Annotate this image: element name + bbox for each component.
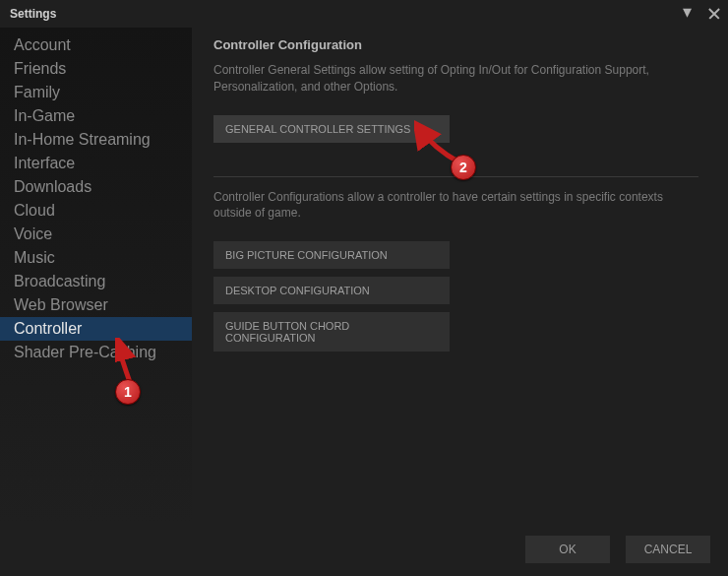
sidebar-item-music[interactable]: Music (0, 246, 192, 270)
footer: OK CANCEL (0, 523, 728, 576)
annotation-badge-2: 2 (451, 155, 476, 180)
sidebar-item-voice[interactable]: Voice (0, 223, 192, 246)
sidebar: Account Friends Family In-Game In-Home S… (0, 28, 192, 523)
general-description: Controller General Settings allow settin… (213, 62, 698, 96)
sidebar-item-broadcasting[interactable]: Broadcasting (0, 270, 192, 293)
sidebar-item-account[interactable]: Account (0, 33, 192, 57)
cancel-button[interactable]: CANCEL (626, 536, 710, 563)
close-icon[interactable] (708, 8, 720, 20)
guide-button-config-button[interactable]: GUIDE BUTTON CHORD CONFIGURATION (213, 312, 450, 352)
sidebar-item-cloud[interactable]: Cloud (0, 199, 192, 223)
sidebar-item-downloads[interactable]: Downloads (0, 175, 192, 199)
settings-window: Settings ▾ Account Friends Family In-Gam… (0, 0, 728, 576)
sidebar-item-web-browser[interactable]: Web Browser (0, 293, 192, 317)
config-description: Controller Configurations allow a contro… (213, 189, 698, 223)
sidebar-item-in-game[interactable]: In-Game (0, 104, 192, 128)
big-picture-config-button[interactable]: BIG PICTURE CONFIGURATION (213, 241, 450, 269)
general-controller-settings-button[interactable]: GENERAL CONTROLLER SETTINGS (213, 115, 450, 143)
minimize-icon[interactable]: ▾ (683, 7, 697, 21)
sidebar-item-family[interactable]: Family (0, 81, 192, 104)
sidebar-item-in-home-streaming[interactable]: In-Home Streaming (0, 128, 192, 152)
sidebar-item-interface[interactable]: Interface (0, 152, 192, 175)
titlebar: Settings ▾ (0, 0, 728, 28)
annotation-badge-1: 1 (115, 379, 141, 405)
section-heading: Controller Configuration (213, 37, 698, 52)
body: Account Friends Family In-Game In-Home S… (0, 28, 728, 523)
window-controls: ▾ (683, 7, 720, 21)
sidebar-item-friends[interactable]: Friends (0, 57, 192, 81)
desktop-config-button[interactable]: DESKTOP CONFIGURATION (213, 277, 450, 304)
ok-button[interactable]: OK (525, 536, 610, 563)
sidebar-item-controller[interactable]: Controller (0, 317, 192, 341)
content-panel: Controller Configuration Controller Gene… (192, 28, 728, 523)
window-title: Settings (8, 7, 56, 21)
sidebar-item-shader-pre-caching[interactable]: Shader Pre-Caching (0, 341, 192, 364)
